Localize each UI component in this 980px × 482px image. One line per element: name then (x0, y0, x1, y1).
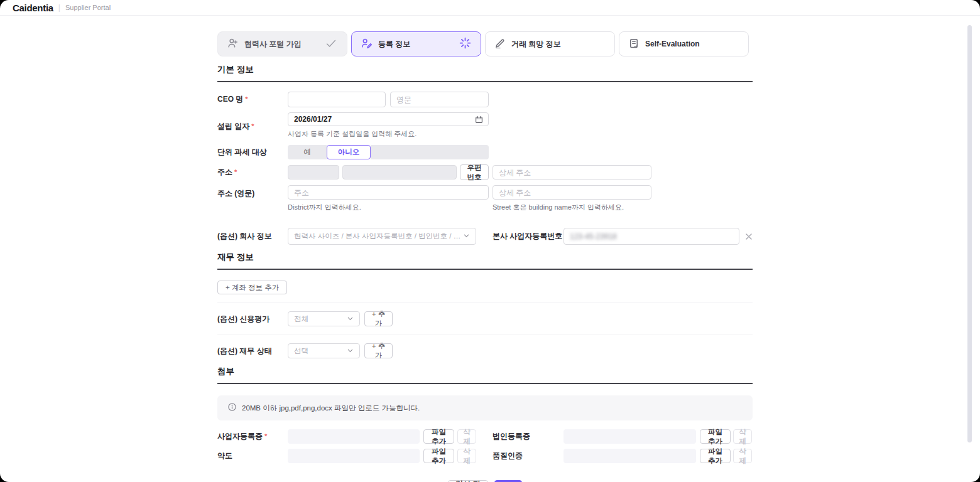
portal-name: Supplier Portal (65, 4, 111, 11)
credit-rating-select[interactable]: 전체 (288, 311, 360, 326)
upload-notice-banner: 20MB 이하 jpg,pdf,png,docx 파일만 업로드 가능합니다. (217, 395, 753, 420)
step-tab-label: 협력사 포털 가입 (244, 39, 302, 50)
step-tab-self-evaluation[interactable]: Self-Evaluation (619, 31, 749, 56)
step-tab-label: 등록 정보 (378, 39, 410, 50)
close-icon[interactable] (744, 232, 754, 242)
step-tab-registration-info[interactable]: 등록 정보 (351, 31, 481, 56)
financial-state-label: (옵션) 재무 상태 (217, 346, 288, 356)
address-main-input (342, 165, 457, 179)
row-divider (217, 335, 753, 335)
financial-state-select[interactable]: 선택 (288, 343, 360, 358)
top-header: Caidentia | Supplier Portal (0, 0, 980, 16)
unit-tax-option-empty[interactable] (371, 145, 489, 159)
credit-rating-select-value: 전체 (294, 314, 347, 324)
main-content: 협력사 포털 가입 등록 정보 (217, 31, 753, 482)
user-plus-icon (227, 37, 239, 51)
address-postcode-input (288, 165, 339, 179)
scrollbar-thumb[interactable] (967, 25, 972, 442)
upload-notice-text: 20MB 이하 jpg,pdf,png,docx 파일만 업로드 가능합니다. (242, 404, 420, 413)
brand-logo: Caidentia (13, 3, 53, 13)
quality-cert-file-field (564, 449, 696, 463)
founded-date-label: 설립 일자* (217, 121, 288, 132)
required-mark: * (245, 95, 248, 103)
business-registration-cert-delete-button[interactable]: 삭제 (457, 429, 476, 444)
address-english-helper: District까지 입력하세요. (288, 203, 489, 212)
address-english-input[interactable] (288, 185, 489, 200)
corporate-registration-cert-add-file-button[interactable]: 파일 추가 (700, 429, 731, 444)
location-map-label: 약도 (217, 451, 288, 461)
user-edit-icon (361, 37, 373, 51)
company-info-select-value: 협력사 사이즈 / 본사 사업자등록번호 / 법인번호 / 메인 생산 품목 /… (294, 232, 463, 241)
section-title-finance-info: 재무 정보 (217, 252, 753, 270)
step-tab-trade-wish-info[interactable]: 거래 희망 정보 (485, 31, 615, 56)
unit-tax-segmented-control: 예 아니오 (288, 145, 489, 159)
location-map-delete-button[interactable]: 삭제 (457, 449, 476, 463)
business-registration-cert-label: 사업자등록증* (217, 431, 288, 442)
financial-state-select-value: 선택 (294, 346, 347, 356)
location-map-add-file-button[interactable]: 파일 추가 (423, 449, 454, 463)
step-tab-label: Self-Evaluation (645, 40, 700, 48)
address-english-detail-helper: Street 혹은 building name까지 입력하세요. (493, 203, 651, 212)
step-tabs: 협력사 포털 가입 등록 정보 (217, 31, 753, 56)
business-registration-cert-add-file-button[interactable]: 파일 추가 (423, 429, 454, 444)
info-icon (227, 402, 237, 414)
chevron-down-icon (463, 232, 470, 240)
unit-tax-option-yes[interactable]: 예 (288, 145, 327, 159)
chevron-down-icon (347, 347, 354, 355)
unit-tax-label: 단위 과세 대상 (217, 147, 288, 158)
hq-brn-input[interactable]: 123-45-23918 (564, 228, 739, 245)
ceo-name-input[interactable] (288, 92, 386, 107)
location-map-file-field (288, 449, 420, 463)
row-divider (217, 303, 753, 303)
credit-rating-add-button[interactable]: + 추가 (364, 311, 393, 326)
add-account-info-button[interactable]: + 계좌 정보 추가 (217, 281, 287, 294)
required-mark: * (234, 168, 237, 176)
corporate-registration-cert-file-field (564, 429, 696, 444)
address-detail-input[interactable] (493, 165, 651, 179)
quality-cert-add-file-button[interactable]: 파일 추가 (700, 449, 731, 463)
address-english-detail-input[interactable] (493, 185, 651, 200)
company-info-select[interactable]: 협력사 사이즈 / 본사 사업자등록번호 / 법인번호 / 메인 생산 품목 /… (288, 228, 476, 245)
check-icon (324, 36, 338, 52)
address-english-label: 주소 (영문) (217, 188, 288, 199)
clipboard-check-icon (628, 38, 640, 51)
founded-date-helper: 사업자 등록 기준 설립일을 입력해 주세요. (288, 129, 489, 139)
credit-rating-label: (옵션) 신용평가 (217, 314, 288, 324)
hq-brn-value: 123-45-23918 (570, 232, 617, 241)
unit-tax-option-no[interactable]: 아니오 (327, 145, 371, 159)
financial-state-add-button[interactable]: + 추가 (364, 343, 393, 358)
required-mark: * (264, 432, 267, 440)
logo-divider: | (58, 3, 60, 12)
step-tab-label: 거래 희망 정보 (511, 39, 561, 50)
section-title-basic-info: 기본 정보 (217, 64, 753, 82)
ceo-name-english-input[interactable] (390, 92, 489, 107)
chevron-down-icon (347, 315, 354, 323)
required-mark: * (251, 122, 254, 130)
section-title-attachments: 첨부 (217, 366, 753, 384)
business-registration-cert-file-field (288, 429, 420, 444)
quality-cert-label: 품질인증 (493, 451, 564, 461)
step-tab-portal-signup[interactable]: 협력사 포털 가입 (217, 31, 347, 56)
corporate-registration-cert-label: 법인등록증 (493, 431, 564, 442)
corporate-registration-cert-delete-button[interactable]: 삭제 (733, 429, 752, 444)
app-window: Caidentia | Supplier Portal 협력사 포털 가입 등록 (0, 0, 980, 482)
hq-brn-label: 본사 사업자등록번호 (493, 231, 564, 242)
ceo-name-label: CEO 명* (217, 94, 288, 105)
pencil-icon (494, 38, 506, 51)
quality-cert-delete-button[interactable]: 삭제 (733, 449, 752, 463)
founded-date-input[interactable] (288, 112, 489, 126)
postcode-search-button[interactable]: 우편번호 (460, 164, 489, 180)
address-label: 주소* (217, 167, 288, 178)
spinner-icon (459, 36, 472, 51)
company-info-label: (옵션) 회사 정보 (217, 231, 288, 242)
